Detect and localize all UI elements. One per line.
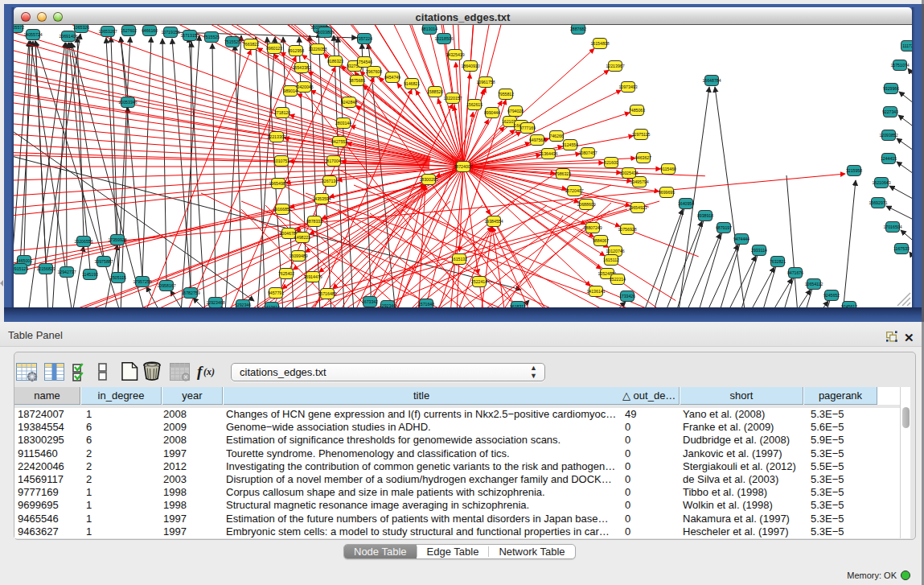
svg-text:0699695: 0699695 xyxy=(659,190,675,195)
svg-text:1145193: 1145193 xyxy=(82,272,98,277)
svg-text:18640910: 18640910 xyxy=(461,64,479,68)
svg-text:10688609: 10688609 xyxy=(577,202,595,207)
svg-text:9245652: 9245652 xyxy=(823,293,840,298)
svg-text:3875685: 3875685 xyxy=(349,78,365,83)
svg-text:20691406: 20691406 xyxy=(59,34,77,39)
svg-text:9115460: 9115460 xyxy=(660,167,676,171)
svg-text:989014: 989014 xyxy=(283,89,297,93)
svg-text:9245612: 9245612 xyxy=(841,304,857,307)
svg-text:9227343: 9227343 xyxy=(882,109,898,114)
svg-text:14325419: 14325419 xyxy=(446,52,464,57)
svg-text:12213303: 12213303 xyxy=(267,134,285,139)
svg-text:7632821: 7632821 xyxy=(770,259,786,264)
svg-text:2967608: 2967608 xyxy=(366,69,382,74)
svg-text:8186323: 8186323 xyxy=(327,59,343,64)
svg-text:1615132: 1615132 xyxy=(451,257,467,262)
svg-text:14055724: 14055724 xyxy=(23,32,42,37)
svg-text:10756928: 10756928 xyxy=(618,227,636,232)
svg-text:12923468: 12923468 xyxy=(206,300,224,305)
svg-text:1527602: 1527602 xyxy=(121,28,137,33)
svg-text:8938918: 8938918 xyxy=(697,213,713,218)
svg-text:1244415: 1244415 xyxy=(881,156,897,161)
svg-text:817004: 817004 xyxy=(326,159,340,163)
svg-text:1615112: 1615112 xyxy=(603,257,619,262)
svg-text:(x): (x) xyxy=(203,366,215,377)
svg-text:1292346: 1292346 xyxy=(235,303,251,307)
svg-text:16914479: 16914479 xyxy=(303,274,322,279)
svg-text:10120746: 10120746 xyxy=(606,249,624,253)
svg-text:16713155: 16713155 xyxy=(180,33,199,38)
svg-text:7515525: 7515525 xyxy=(203,35,220,39)
svg-text:16782759: 16782759 xyxy=(181,290,199,295)
svg-text:10719155: 10719155 xyxy=(161,30,179,35)
svg-text:8427552: 8427552 xyxy=(331,139,347,144)
svg-text:1754546: 1754546 xyxy=(356,60,372,64)
svg-text:8990444: 8990444 xyxy=(484,110,500,115)
svg-text:1571648: 1571648 xyxy=(418,302,434,307)
svg-text:10654112: 10654112 xyxy=(805,282,823,286)
svg-text:3124554: 3124554 xyxy=(562,142,578,147)
svg-text:16033809: 16033809 xyxy=(315,30,334,35)
svg-text:10958167: 10958167 xyxy=(157,283,175,288)
svg-text:2505115: 2505115 xyxy=(110,275,126,280)
svg-text:8912958: 8912958 xyxy=(288,48,304,53)
svg-text:1167533: 1167533 xyxy=(893,246,910,251)
svg-text:6879197: 6879197 xyxy=(716,225,732,230)
svg-text:19166852: 19166852 xyxy=(273,207,291,212)
svg-text:9777169: 9777169 xyxy=(519,126,536,130)
svg-text:2522214: 2522214 xyxy=(610,277,626,282)
svg-text:9329966: 9329966 xyxy=(883,86,899,91)
svg-text:7955812: 7955812 xyxy=(498,92,514,97)
svg-text:1292346: 1292346 xyxy=(380,303,396,307)
svg-text:17957255: 17957255 xyxy=(133,279,151,284)
svg-text:7485063: 7485063 xyxy=(629,108,645,113)
svg-text:15692971: 15692971 xyxy=(869,200,887,205)
svg-text:14136141: 14136141 xyxy=(586,289,605,294)
svg-text:11172: 11172 xyxy=(902,43,912,48)
svg-text:16210643: 16210643 xyxy=(872,180,890,185)
svg-text:9474444: 9474444 xyxy=(733,237,749,241)
svg-text:1562615: 1562615 xyxy=(466,102,483,107)
svg-text:9618312: 9618312 xyxy=(510,304,526,307)
svg-text:9463627: 9463627 xyxy=(635,155,651,160)
svg-text:2887682: 2887682 xyxy=(570,27,586,31)
svg-text:10961758: 10961758 xyxy=(476,80,495,84)
svg-text:13220157: 13220157 xyxy=(443,96,462,101)
svg-text:1498222: 1498222 xyxy=(294,235,310,240)
svg-text:7357224: 7357224 xyxy=(356,36,372,41)
svg-text:6794028: 6794028 xyxy=(507,109,524,113)
svg-text:13495794: 13495794 xyxy=(630,179,648,184)
svg-text:6466160: 6466160 xyxy=(142,28,158,33)
svg-text:16154808: 16154808 xyxy=(590,41,609,46)
svg-text:1405572: 1405572 xyxy=(14,25,24,30)
svg-text:8813014: 8813014 xyxy=(421,27,437,31)
svg-text:12213967: 12213967 xyxy=(606,64,624,68)
svg-text:8471676: 8471676 xyxy=(787,270,803,275)
svg-text:10807457: 10807457 xyxy=(578,150,597,155)
svg-text:1733426: 1733426 xyxy=(619,294,635,299)
svg-text:2718120: 2718120 xyxy=(274,110,290,115)
svg-text:15720407: 15720407 xyxy=(565,188,583,193)
svg-text:2933114: 2933114 xyxy=(751,248,767,253)
svg-text:9146821: 9146821 xyxy=(404,81,420,86)
svg-text:21364436: 21364436 xyxy=(539,151,557,156)
svg-text:18807249: 18807249 xyxy=(583,225,602,230)
svg-text:12156829: 12156829 xyxy=(36,266,55,271)
svg-text:1413614: 1413614 xyxy=(264,305,280,307)
svg-text:9242848: 9242848 xyxy=(341,100,357,105)
svg-text:1588520: 1588520 xyxy=(427,89,443,94)
svg-text:1010752: 1010752 xyxy=(273,159,290,163)
svg-text:18300295: 18300295 xyxy=(419,177,437,182)
svg-text:8960123: 8960123 xyxy=(266,46,282,51)
svg-text:16648784: 16648784 xyxy=(702,78,721,83)
svg-text:15716485: 15716485 xyxy=(318,291,336,296)
svg-text:6497568: 6497568 xyxy=(529,138,545,142)
svg-text:7515525: 7515525 xyxy=(224,39,240,44)
svg-text:3915123: 3915123 xyxy=(14,266,28,271)
svg-text:13226058: 13226058 xyxy=(308,47,326,51)
svg-text:1465001: 1465001 xyxy=(16,258,32,263)
svg-text:10973493: 10973493 xyxy=(618,84,637,89)
svg-text:16099489: 16099489 xyxy=(289,253,307,258)
svg-text:12093852: 12093852 xyxy=(879,133,897,138)
svg-text:7986322: 7986322 xyxy=(555,171,571,176)
